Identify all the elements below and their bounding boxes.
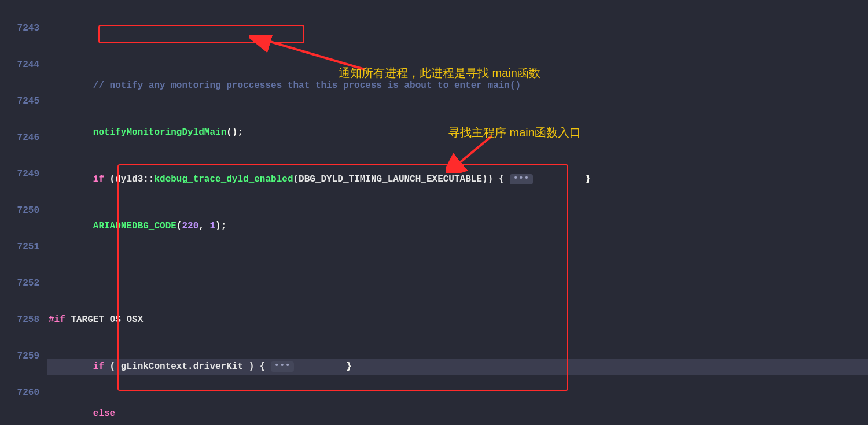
code-line[interactable]: #if TARGET_OS_OSX [47,312,868,328]
code-line-current[interactable]: if ( gLinkContext.driverKit ) { ••• } [47,359,868,375]
line-number: 7251 [0,239,39,255]
code-line[interactable]: notifyMonitoringDyldMain(); [47,125,868,141]
fold-marker[interactable]: ••• [271,361,294,372]
line-number: 7252 [0,276,39,291]
line-number: 7243 [0,21,39,36]
code-line[interactable]: // notify any montoring proccesses that … [47,78,868,94]
line-number: 7258 [0,312,39,328]
code-line[interactable]: if (dyld3::kdebug_trace_dyld_enabled(DBG… [47,172,868,187]
line-number: 7259 [0,349,39,364]
code-line[interactable]: ARIADNEDBG_CODE(220, 1); [47,219,868,234]
code-line[interactable]: else [47,406,868,422]
code-line[interactable] [47,265,868,281]
fold-marker[interactable]: ••• [510,174,533,184]
code-editor[interactable]: 7243 7244 7245 7246 7249 7250 7251 7252 … [0,0,868,425]
line-number: 7244 [0,57,39,73]
line-number: 7250 [0,203,39,219]
line-number: 7260 [0,385,39,401]
line-number: 7249 [0,167,39,182]
line-number: 7261 [0,422,39,425]
line-number-gutter: 7243 7244 7245 7246 7249 7250 7251 7252 … [0,0,47,425]
line-number: 7245 [0,94,39,109]
line-number: 7246 [0,130,39,146]
code-line[interactable] [47,31,868,47]
code-area[interactable]: // notify any montoring proccesses that … [47,0,868,425]
